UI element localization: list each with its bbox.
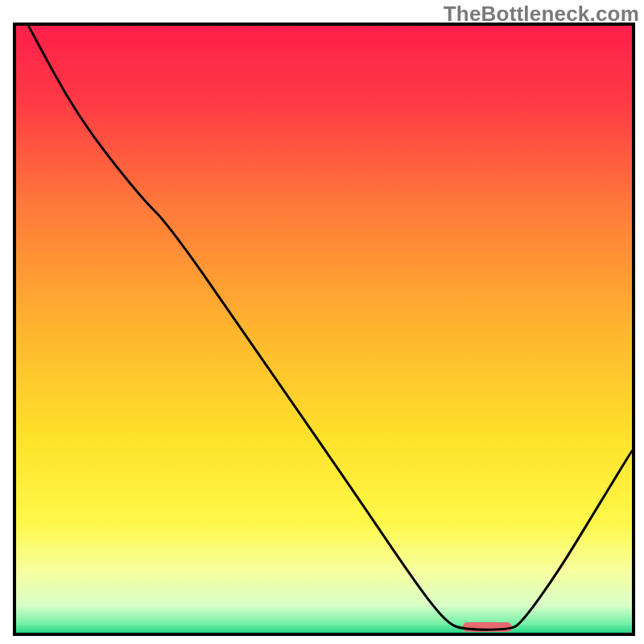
watermark-text: TheBottleneck.com [444, 2, 639, 27]
bottleneck-chart [0, 0, 644, 644]
chart-background-gradient [16, 26, 632, 633]
